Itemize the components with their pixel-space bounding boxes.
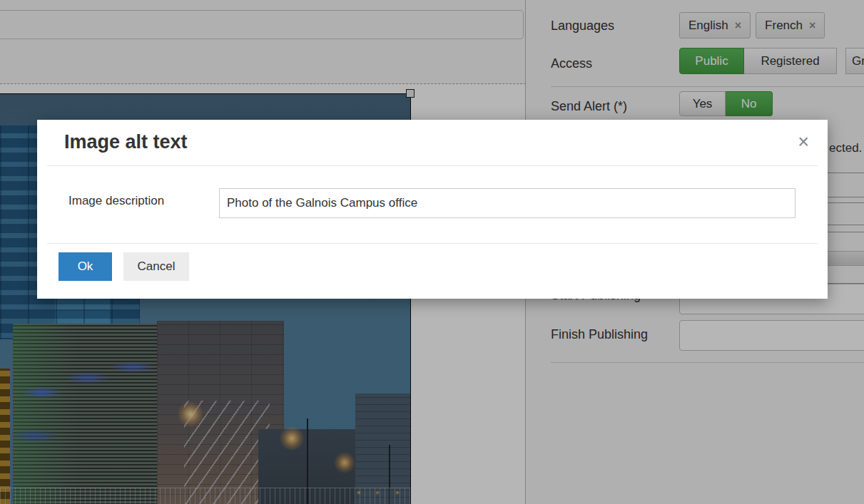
cms-article-edit-screen: 123 Tx PDF V — [0, 0, 864, 504]
image-alt-text-dialog: Image alt text × Image description Ok Ca… — [37, 120, 828, 299]
image-description-input[interactable] — [219, 188, 796, 218]
dialog-title: Image alt text — [64, 131, 188, 153]
ok-button[interactable]: Ok — [59, 252, 112, 281]
dialog-footer-divider — [47, 243, 818, 244]
image-description-label: Image description — [68, 194, 164, 208]
dialog-header-divider — [47, 165, 818, 166]
close-icon[interactable]: × — [798, 133, 809, 152]
cancel-button[interactable]: Cancel — [123, 252, 189, 281]
